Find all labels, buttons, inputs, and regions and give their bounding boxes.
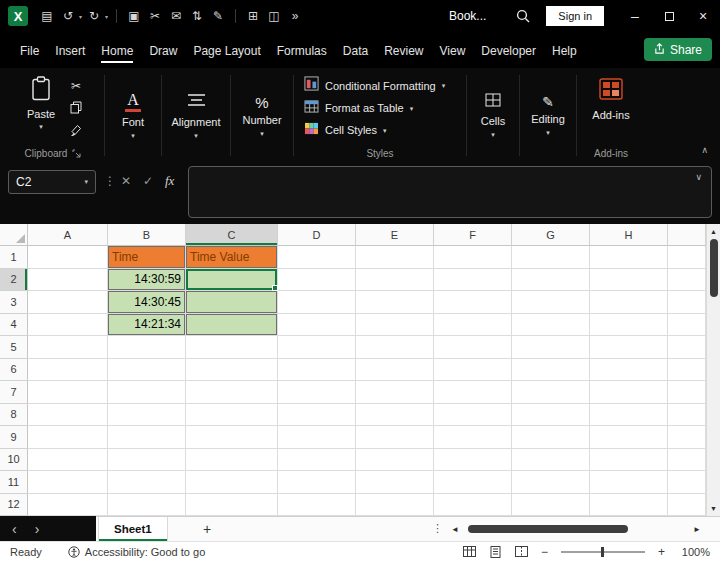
cell-B4[interactable]: 14:21:34 <box>108 314 186 337</box>
cell-F10[interactable] <box>434 449 512 472</box>
row-header-9[interactable]: 9 <box>0 426 28 449</box>
cell-H9[interactable] <box>590 426 668 449</box>
number-group-button[interactable]: % Number ▾ <box>231 70 293 161</box>
cell-A5[interactable] <box>28 336 108 359</box>
cell-F5[interactable] <box>434 336 512 359</box>
cell-C12[interactable] <box>186 494 278 517</box>
cell-A4[interactable] <box>28 314 108 337</box>
row-header-2[interactable]: 2 <box>0 269 28 292</box>
mail-icon[interactable]: ✉ <box>167 7 185 25</box>
sheetbar-grip-icon[interactable]: ⋮ <box>432 522 443 535</box>
column-header-D[interactable]: D <box>278 224 356 246</box>
accessibility-icon[interactable] <box>68 546 80 558</box>
page-break-preview-button[interactable] <box>515 546 528 557</box>
cell-C10[interactable] <box>186 449 278 472</box>
cell-styles-button[interactable]: Cell Styles ▾ <box>304 121 386 139</box>
cell-C9[interactable] <box>186 426 278 449</box>
row-header-10[interactable]: 10 <box>0 449 28 472</box>
tab-data[interactable]: Data <box>335 35 376 68</box>
cell-E2[interactable] <box>356 269 434 292</box>
cell-A9[interactable] <box>28 426 108 449</box>
table-icon[interactable]: ⊞ <box>244 7 262 25</box>
cell-F12[interactable] <box>434 494 512 517</box>
editing-group-button[interactable]: ✎ Editing ▾ <box>520 70 576 161</box>
tab-developer[interactable]: Developer <box>473 35 544 68</box>
cell-B3[interactable]: 14:30:45 <box>108 291 186 314</box>
vertical-scrollbar-thumb[interactable] <box>710 239 718 297</box>
tab-insert[interactable]: Insert <box>47 35 93 68</box>
cell-D8[interactable] <box>278 404 356 427</box>
cell-D9[interactable] <box>278 426 356 449</box>
alignment-group-button[interactable]: Alignment ▾ <box>162 70 230 161</box>
cell-F4[interactable] <box>434 314 512 337</box>
cell-A3[interactable] <box>28 291 108 314</box>
cell-C8[interactable] <box>186 404 278 427</box>
cell-G7[interactable] <box>512 381 590 404</box>
normal-view-button[interactable] <box>463 546 476 557</box>
camera-icon[interactable]: ◫ <box>265 7 283 25</box>
scroll-down-icon[interactable]: ▼ <box>707 502 720 515</box>
cell-E12[interactable] <box>356 494 434 517</box>
share-button[interactable]: Share <box>644 38 712 61</box>
horizontal-scrollbar[interactable]: ◄ ► <box>448 517 704 541</box>
insert-function-icon[interactable]: fx <box>165 173 174 189</box>
cell-B6[interactable] <box>108 359 186 382</box>
vertical-scrollbar[interactable]: ▲ ▼ <box>706 224 720 516</box>
clipboard-dialog-launcher-icon[interactable] <box>72 149 81 158</box>
formula-bar-expand-icon[interactable]: ∨ <box>695 172 702 182</box>
tab-file[interactable]: File <box>12 35 47 68</box>
cell-C2[interactable] <box>186 269 278 292</box>
cell-C6[interactable] <box>186 359 278 382</box>
cell-D4[interactable] <box>278 314 356 337</box>
tab-draw[interactable]: Draw <box>141 35 185 68</box>
sign-in-button[interactable]: Sign in <box>546 6 604 26</box>
paste-icon[interactable]: ▣ <box>125 7 143 25</box>
previous-sheet-icon[interactable]: ‹ <box>12 521 17 537</box>
tab-formulas[interactable]: Formulas <box>269 35 335 68</box>
column-header-E[interactable]: E <box>356 224 434 246</box>
row-header-4[interactable]: 4 <box>0 314 28 337</box>
zoom-out-button[interactable]: − <box>541 545 548 559</box>
redo-icon[interactable]: ↻ <box>85 7 103 25</box>
tab-review[interactable]: Review <box>376 35 431 68</box>
scroll-left-icon[interactable]: ◄ <box>448 525 462 534</box>
cell-G6[interactable] <box>512 359 590 382</box>
cell-D10[interactable] <box>278 449 356 472</box>
cell-A2[interactable] <box>28 269 108 292</box>
format-painter-button[interactable] <box>66 122 86 138</box>
save-icon[interactable]: ▤ <box>38 7 56 25</box>
cut-icon[interactable]: ✂ <box>146 7 164 25</box>
row-header-12[interactable]: 12 <box>0 494 28 517</box>
cell-G8[interactable] <box>512 404 590 427</box>
cell-G9[interactable] <box>512 426 590 449</box>
close-button[interactable]: × <box>686 0 720 32</box>
cell-A8[interactable] <box>28 404 108 427</box>
cell-F9[interactable] <box>434 426 512 449</box>
scroll-right-icon[interactable]: ► <box>690 525 704 534</box>
cell-C4[interactable] <box>186 314 278 337</box>
collapse-ribbon-icon[interactable]: ∧ <box>701 145 708 155</box>
add-sheet-button[interactable]: + <box>198 520 216 538</box>
cell-F1[interactable] <box>434 246 512 269</box>
cell-G2[interactable] <box>512 269 590 292</box>
cell-B11[interactable] <box>108 471 186 494</box>
row-header-3[interactable]: 3 <box>0 291 28 314</box>
row-header-6[interactable]: 6 <box>0 359 28 382</box>
cell-A6[interactable] <box>28 359 108 382</box>
cell-B12[interactable] <box>108 494 186 517</box>
cell-D2[interactable] <box>278 269 356 292</box>
cell-D6[interactable] <box>278 359 356 382</box>
cell-E4[interactable] <box>356 314 434 337</box>
redo-icon-dropdown[interactable]: ▾ <box>105 13 108 20</box>
cell-D12[interactable] <box>278 494 356 517</box>
cells-group-button[interactable]: Cells ▾ <box>467 70 519 161</box>
cell-H6[interactable] <box>590 359 668 382</box>
zoom-in-button[interactable]: + <box>658 545 665 559</box>
cell-F11[interactable] <box>434 471 512 494</box>
cell-H3[interactable] <box>590 291 668 314</box>
tab-help[interactable]: Help <box>544 35 585 68</box>
draw-icon[interactable]: ✎ <box>209 7 227 25</box>
scroll-up-icon[interactable]: ▲ <box>707 225 720 238</box>
cell-C11[interactable] <box>186 471 278 494</box>
cell-B1[interactable]: Time <box>108 246 186 269</box>
